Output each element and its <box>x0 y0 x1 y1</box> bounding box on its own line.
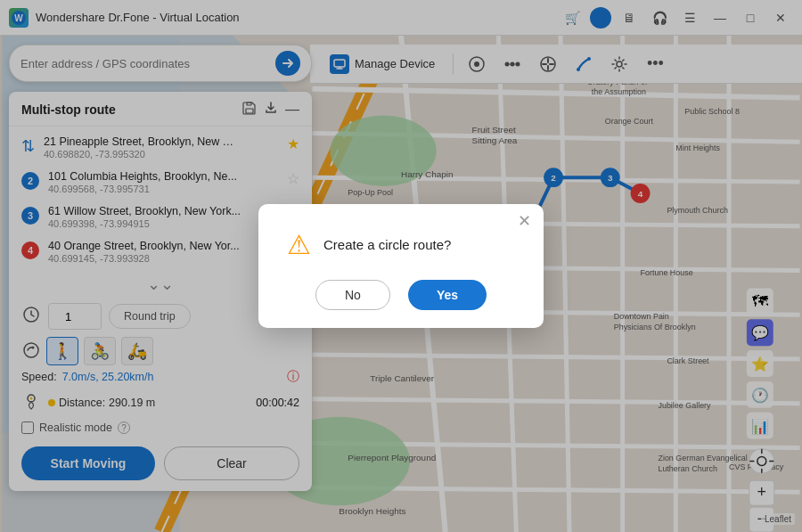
dialog-body: ⚠ Create a circle route? <box>287 229 515 260</box>
dialog-yes-button[interactable]: Yes <box>408 280 487 310</box>
dialog-warning-icon: ⚠ <box>287 229 311 260</box>
dialog-message: Create a circle route? <box>323 237 451 252</box>
dialog: ✕ ⚠ Create a circle route? No Yes <box>258 204 544 328</box>
dialog-no-button[interactable]: No <box>315 280 390 310</box>
dialog-close-button[interactable]: ✕ <box>518 213 531 229</box>
dialog-overlay: ✕ ⚠ Create a circle route? No Yes <box>0 0 802 532</box>
dialog-actions: No Yes <box>287 280 515 310</box>
